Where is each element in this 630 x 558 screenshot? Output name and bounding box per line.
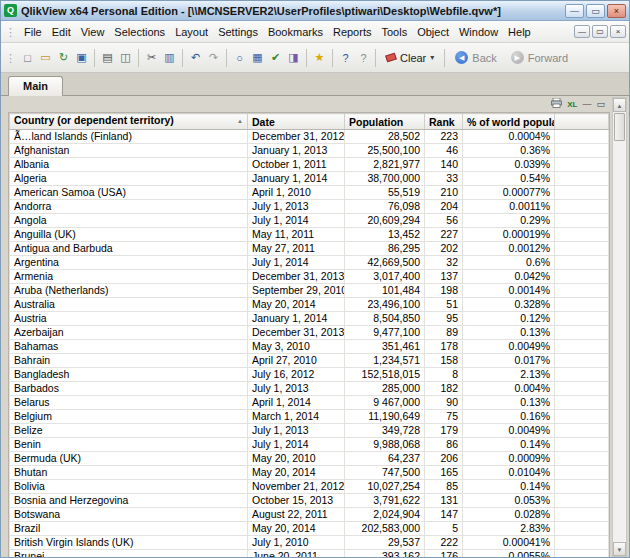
apply-icon[interactable]: ✔ xyxy=(267,49,284,67)
cell-population[interactable]: 29,537 xyxy=(345,536,425,550)
cell-date[interactable]: July 1, 2013 xyxy=(248,424,345,438)
scroll-up-icon[interactable]: ▲ xyxy=(613,98,626,112)
cell-date[interactable]: May 11, 2011 xyxy=(248,228,345,242)
menu-settings[interactable]: Settings xyxy=(213,23,263,41)
menu-reports[interactable]: Reports xyxy=(328,23,377,41)
cell-date[interactable]: May 27, 2011 xyxy=(248,242,345,256)
cell-country[interactable]: Bhutan xyxy=(10,466,248,480)
cell-country[interactable]: Barbados xyxy=(10,382,248,396)
cell-percent[interactable]: 0.0055% xyxy=(463,550,555,558)
cell-country[interactable]: Bangladesh xyxy=(10,368,248,382)
cell-population[interactable]: 64,237 xyxy=(345,452,425,466)
table-row[interactable]: BoliviaNovember 21, 201210,027,254850.14… xyxy=(10,480,609,494)
cell-population[interactable]: 9,477,100 xyxy=(345,326,425,340)
table-row[interactable]: AfghanistanJanuary 1, 201325,500,100460.… xyxy=(10,144,609,158)
cell-date[interactable]: May 20, 2014 xyxy=(248,466,345,480)
scrollbar-track[interactable] xyxy=(613,142,626,542)
cell-population[interactable]: 9 467,000 xyxy=(345,396,425,410)
cell-rank[interactable]: 85 xyxy=(425,480,463,494)
cell-percent[interactable]: 0.042% xyxy=(463,270,555,284)
cell-rank[interactable]: 202 xyxy=(425,242,463,256)
cell-country[interactable]: Australia xyxy=(10,298,248,312)
cell-rank[interactable]: 178 xyxy=(425,340,463,354)
cell-population[interactable]: 76,098 xyxy=(345,200,425,214)
cell-country[interactable]: Argentina xyxy=(10,256,248,270)
cell-country[interactable]: Antigua and Barbuda xyxy=(10,242,248,256)
cell-percent[interactable]: 0.028% xyxy=(463,508,555,522)
cell-percent[interactable]: 2.83% xyxy=(463,522,555,536)
cell-population[interactable]: 11,190,649 xyxy=(345,410,425,424)
cell-country[interactable]: Andorra xyxy=(10,200,248,214)
column-header-percent[interactable]: % of world population xyxy=(463,114,555,130)
close-button[interactable]: × xyxy=(607,4,626,18)
table-row[interactable]: AlgeriaJanuary 1, 201438,700,000330.54% xyxy=(10,172,609,186)
menu-edit[interactable]: Edit xyxy=(47,23,76,41)
cell-population[interactable]: 1,234,571 xyxy=(345,354,425,368)
clear-button[interactable]: Clear ▾ xyxy=(379,49,441,67)
cell-rank[interactable]: 131 xyxy=(425,494,463,508)
column-header-rank[interactable]: Rank xyxy=(425,114,463,130)
menu-file[interactable]: File xyxy=(19,23,47,41)
table-row[interactable]: AzerbaijanDecember 31, 20139,477,100890.… xyxy=(10,326,609,340)
table-row[interactable]: Anguilla (UK)May 11, 201113,4522270.0001… xyxy=(10,228,609,242)
cell-rank[interactable]: 223 xyxy=(425,130,463,144)
cell-percent[interactable]: 0.00077% xyxy=(463,186,555,200)
cell-country[interactable]: Brazil xyxy=(10,522,248,536)
cell-rank[interactable]: 32 xyxy=(425,256,463,270)
cell-percent[interactable]: 0.36% xyxy=(463,144,555,158)
cell-population[interactable]: 9,988,068 xyxy=(345,438,425,452)
table-row[interactable]: AngolaJuly 1, 201420,609,294560.29% xyxy=(10,214,609,228)
cell-date[interactable]: May 3, 2010 xyxy=(248,340,345,354)
cell-country[interactable]: Brunei xyxy=(10,550,248,558)
cell-date[interactable]: July 1, 2014 xyxy=(248,214,345,228)
cell-percent[interactable]: 0.54% xyxy=(463,172,555,186)
cell-country[interactable]: British Virgin Islands (UK) xyxy=(10,536,248,550)
cell-rank[interactable]: 198 xyxy=(425,284,463,298)
print-object-icon[interactable] xyxy=(551,98,562,111)
table-row[interactable]: BelgiumMarch 1, 201411,190,649750.16% xyxy=(10,410,609,424)
cell-population[interactable]: 55,519 xyxy=(345,186,425,200)
cell-date[interactable]: April 1, 2010 xyxy=(248,186,345,200)
cell-percent[interactable]: 0.0049% xyxy=(463,340,555,354)
cell-percent[interactable]: 0.13% xyxy=(463,326,555,340)
cell-country[interactable]: Albania xyxy=(10,158,248,172)
menu-selections[interactable]: Selections xyxy=(109,23,170,41)
cell-percent[interactable]: 0.0104% xyxy=(463,466,555,480)
cell-population[interactable]: 2,821,977 xyxy=(345,158,425,172)
cell-percent[interactable]: 0.0012% xyxy=(463,242,555,256)
cell-rank[interactable]: 222 xyxy=(425,536,463,550)
cell-date[interactable]: October 1, 2011 xyxy=(248,158,345,172)
cell-population[interactable]: 3,791,622 xyxy=(345,494,425,508)
cell-date[interactable]: August 22, 2011 xyxy=(248,508,345,522)
cell-country[interactable]: Bahrain xyxy=(10,354,248,368)
tab-main[interactable]: Main xyxy=(8,76,63,96)
maximize-button[interactable]: ▭ xyxy=(586,4,605,18)
cell-rank[interactable]: 51 xyxy=(425,298,463,312)
cut-icon[interactable]: ✂ xyxy=(143,49,160,67)
vertical-scrollbar[interactable]: ▲ ▼ xyxy=(612,97,627,557)
cell-country[interactable]: Austria xyxy=(10,312,248,326)
cell-population[interactable]: 20,609,294 xyxy=(345,214,425,228)
table-row[interactable]: Bosnia and HerzegovinaOctober 15, 20133,… xyxy=(10,494,609,508)
menu-bookmarks[interactable]: Bookmarks xyxy=(263,23,328,41)
cell-country[interactable]: Belgium xyxy=(10,410,248,424)
cell-date[interactable]: September 29, 2010 xyxy=(248,284,345,298)
table-row[interactable]: BahrainApril 27, 20101,234,5711580.017% xyxy=(10,354,609,368)
menu-layout[interactable]: Layout xyxy=(170,23,213,41)
cell-date[interactable]: July 1, 2014 xyxy=(248,256,345,270)
cell-date[interactable]: May 20, 2014 xyxy=(248,298,345,312)
cell-percent[interactable]: 0.004% xyxy=(463,382,555,396)
cell-population[interactable]: 2,024,904 xyxy=(345,508,425,522)
cell-country[interactable]: Angola xyxy=(10,214,248,228)
table-row[interactable]: British Virgin Islands (UK)July 1, 20102… xyxy=(10,536,609,550)
cell-percent[interactable]: 0.0014% xyxy=(463,284,555,298)
cell-country[interactable]: Afghanistan xyxy=(10,144,248,158)
cell-population[interactable]: 101,484 xyxy=(345,284,425,298)
table-row[interactable]: BotswanaAugust 22, 20112,024,9041470.028… xyxy=(10,508,609,522)
cell-date[interactable]: July 1, 2010 xyxy=(248,536,345,550)
cell-country[interactable]: Armenia xyxy=(10,270,248,284)
cell-country[interactable]: Bolivia xyxy=(10,480,248,494)
cell-rank[interactable]: 46 xyxy=(425,144,463,158)
cell-rank[interactable]: 5 xyxy=(425,522,463,536)
cell-date[interactable]: May 20, 2010 xyxy=(248,452,345,466)
